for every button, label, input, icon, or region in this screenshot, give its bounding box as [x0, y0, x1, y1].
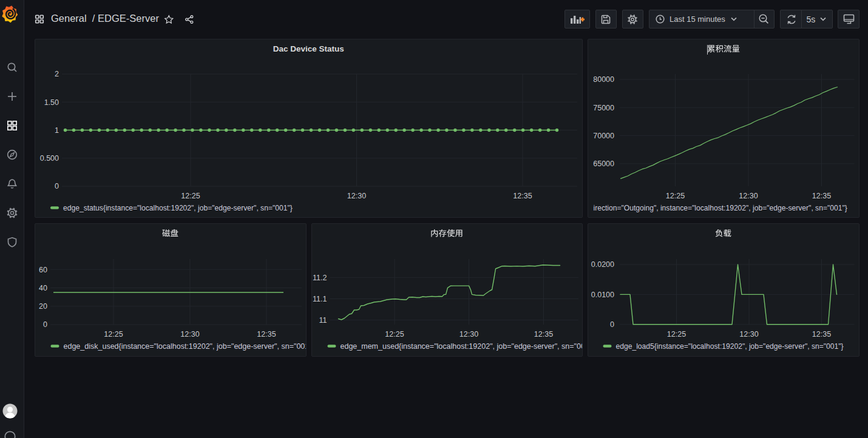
svg-text:12:25: 12:25 [665, 192, 684, 200]
svg-text:12:30: 12:30 [347, 192, 366, 200]
svg-text:11: 11 [319, 316, 327, 325]
svg-text:1: 1 [55, 126, 59, 135]
svg-text:0: 0 [610, 320, 614, 329]
svg-text:12:25: 12:25 [104, 330, 123, 339]
svg-text:20: 20 [39, 302, 47, 311]
svg-text:11.2: 11.2 [313, 274, 327, 282]
svg-text:12:25: 12:25 [385, 330, 404, 339]
svg-text:70000: 70000 [593, 132, 614, 140]
svg-text:12:30: 12:30 [180, 330, 199, 339]
svg-text:60: 60 [39, 266, 47, 274]
svg-text:11.1: 11.1 [313, 295, 327, 303]
svg-text:12:35: 12:35 [812, 330, 831, 339]
svg-text:75000: 75000 [593, 104, 614, 112]
svg-text:80000: 80000 [593, 75, 614, 84]
svg-text:12:35: 12:35 [513, 192, 532, 200]
svg-text:0.500: 0.500 [40, 154, 59, 163]
svg-text:12:30: 12:30 [739, 330, 758, 339]
svg-text:edge_mem_used{instance="localh: edge_mem_used{instance="localhost:19202"… [340, 342, 583, 351]
svg-text:irection="Outgoing", instance=: irection="Outgoing", instance="localhost… [593, 204, 847, 212]
svg-text:12:30: 12:30 [459, 330, 478, 339]
svg-text:12:35: 12:35 [812, 192, 830, 200]
svg-text:12:25: 12:25 [181, 192, 200, 200]
svg-text:0.0100: 0.0100 [591, 291, 614, 299]
svg-text:65000: 65000 [593, 160, 614, 168]
svg-text:2: 2 [55, 70, 59, 78]
svg-text:12:25: 12:25 [667, 330, 686, 339]
svg-text:40: 40 [39, 284, 47, 292]
svg-text:0: 0 [55, 182, 59, 190]
svg-text:12:30: 12:30 [739, 192, 758, 200]
svg-text:0.0200: 0.0200 [591, 260, 614, 269]
svg-text:0: 0 [43, 320, 47, 329]
svg-text:12:35: 12:35 [257, 330, 276, 339]
svg-text:12:35: 12:35 [534, 330, 552, 339]
svg-text:edge_load5{instance="localhost: edge_load5{instance="localhost:19202", j… [616, 342, 844, 351]
svg-text:1.50: 1.50 [44, 98, 59, 107]
svg-text:edge_disk_used{instance="local: edge_disk_used{instance="localhost:19202… [64, 342, 307, 351]
svg-text:edge_status{instance="localhos: edge_status{instance="localhost:19202", … [63, 204, 293, 212]
